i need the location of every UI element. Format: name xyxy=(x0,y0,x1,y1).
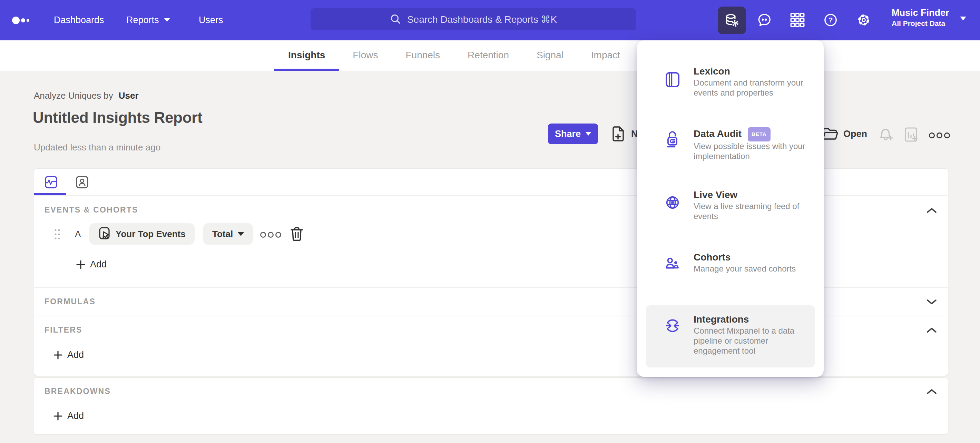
bell-plus-icon xyxy=(878,126,894,143)
menu-item-lexicon[interactable]: Lexicon Document and transform your even… xyxy=(637,61,824,116)
search-placeholder: Search Dashboards & Reports ⌘K xyxy=(407,14,557,25)
plus-icon xyxy=(54,351,62,359)
active-tab-underline xyxy=(274,69,339,71)
plus-icon xyxy=(76,260,85,269)
integrations-sync-icon xyxy=(665,316,681,335)
view-tab-chart[interactable] xyxy=(45,176,57,189)
tab-impact[interactable]: Impact xyxy=(577,40,634,71)
menu-item-live-view[interactable]: Live View View a live streaming feed of … xyxy=(637,184,824,240)
report-more-actions-button[interactable] xyxy=(929,132,950,138)
chat-bubble-icon xyxy=(756,12,773,28)
caret-down-icon xyxy=(238,232,244,236)
search-input[interactable]: Search Dashboards & Reports ⌘K xyxy=(310,8,636,30)
menu-item-data-audit[interactable]: Data AuditBETA View possible issues with… xyxy=(637,123,824,178)
event-selector-chip[interactable]: Your Top Events xyxy=(89,223,195,245)
tab-flows[interactable]: Flows xyxy=(339,40,391,71)
cohorts-people-icon xyxy=(665,254,681,274)
document-plus-icon xyxy=(611,125,626,142)
caret-down-icon xyxy=(164,18,170,22)
plus-icon xyxy=(54,411,62,421)
nav-item-reports[interactable]: Reports xyxy=(126,0,170,40)
help-button[interactable]: ? xyxy=(822,12,839,28)
project-scope: All Project Data xyxy=(892,19,949,28)
chevron-up-icon xyxy=(926,327,937,333)
menu-item-cohorts[interactable]: Cohorts Manage your saved cohorts xyxy=(637,246,824,298)
filters-collapse-chevron[interactable] xyxy=(926,327,937,333)
mixpanel-app: Insights Flows Funnels Retention Signal … xyxy=(0,0,980,443)
context-value-selector[interactable]: User xyxy=(119,91,139,101)
mixpanel-logo[interactable] xyxy=(12,16,32,25)
tab-funnels[interactable]: Funnels xyxy=(391,40,454,71)
question-circle-icon: ? xyxy=(822,12,839,28)
project-caret-icon xyxy=(960,17,966,21)
folder-open-icon xyxy=(822,126,838,142)
data-management-button[interactable] xyxy=(718,6,746,34)
database-gear-icon xyxy=(723,12,741,29)
chevron-up-icon xyxy=(926,389,937,395)
view-tab-profiles[interactable] xyxy=(76,176,89,189)
formulas-expand-chevron[interactable] xyxy=(926,299,937,305)
search-icon xyxy=(390,13,402,25)
report-title[interactable]: Untitled Insights Report xyxy=(33,109,202,126)
project-switcher[interactable]: Music Finder All Project Data xyxy=(892,7,949,28)
drag-dots-icon xyxy=(54,229,61,240)
feedback-button[interactable] xyxy=(756,12,773,28)
chevron-down-icon xyxy=(926,299,937,305)
add-breakdown-button[interactable]: Add xyxy=(54,411,84,421)
event-series-letter: A xyxy=(75,229,81,240)
ellipsis-icon xyxy=(260,232,266,238)
svg-text:?: ? xyxy=(829,16,833,24)
nav-item-dashboards[interactable]: Dashboards xyxy=(54,0,104,40)
report-type-tabs: Insights Flows Funnels Retention Signal … xyxy=(274,40,634,71)
metric-selector-chip[interactable]: Total xyxy=(203,223,253,245)
events-cohorts-section-label: EVENTS & COHORTS xyxy=(45,205,138,214)
data-audit-lock-icon xyxy=(665,129,681,149)
share-button[interactable]: Share xyxy=(548,124,598,144)
ellipsis-icon xyxy=(929,132,935,138)
profiles-view-icon xyxy=(76,176,89,189)
mixpanel-dots-icon xyxy=(12,16,32,25)
event-picker-icon xyxy=(99,227,111,241)
lexicon-book-icon xyxy=(665,70,681,89)
chart-view-icon xyxy=(45,176,57,189)
settings-button[interactable] xyxy=(856,12,872,28)
apps-grid-button[interactable] xyxy=(789,12,806,28)
breakdowns-card: BREAKDOWNS Add xyxy=(34,378,948,435)
project-name: Music Finder xyxy=(892,7,949,19)
add-filter-button[interactable]: Add xyxy=(54,349,84,360)
context-label: Analyze Uniques by xyxy=(34,91,113,101)
event-row-drag-handle[interactable] xyxy=(54,229,61,240)
chart-plus-icon xyxy=(904,126,920,143)
report-type-tabbar: Insights Flows Funnels Retention Signal … xyxy=(0,40,980,71)
beta-badge: BETA xyxy=(748,127,770,141)
add-to-dashboard-button[interactable] xyxy=(904,126,920,143)
menu-item-integrations[interactable]: Integrations Connect Mixpanel to a data … xyxy=(637,308,824,367)
tab-signal[interactable]: Signal xyxy=(523,40,577,71)
add-event-button[interactable]: Add xyxy=(76,259,107,270)
share-caret-icon xyxy=(585,132,591,136)
analysis-context: Analyze Uniques byUser xyxy=(34,91,139,101)
grid-icon xyxy=(789,12,806,28)
tab-insights[interactable]: Insights xyxy=(274,40,339,71)
gear-icon xyxy=(856,12,872,28)
filters-section-label: FILTERS xyxy=(45,326,83,335)
data-management-dropdown: Lexicon Document and transform your even… xyxy=(637,40,824,377)
tab-retention[interactable]: Retention xyxy=(454,40,523,71)
breakdowns-collapse-chevron[interactable] xyxy=(926,389,937,395)
report-updated-timestamp: Updated less than a minute ago xyxy=(34,142,161,153)
delete-event-button[interactable] xyxy=(290,226,304,242)
open-report-button[interactable]: Open xyxy=(822,124,867,144)
formulas-section-label: FORMULAS xyxy=(45,297,95,306)
event-row-more-button[interactable] xyxy=(260,232,281,238)
events-collapse-chevron[interactable] xyxy=(926,207,937,214)
add-alert-button[interactable] xyxy=(878,126,894,143)
live-view-globe-icon xyxy=(665,193,681,212)
breakdowns-section-label: BREAKDOWNS xyxy=(45,387,111,396)
nav-item-users[interactable]: Users xyxy=(199,0,223,40)
trash-icon xyxy=(290,226,304,242)
top-navbar: Dashboards Reports Users Search Dashboar… xyxy=(0,0,980,40)
chevron-up-icon xyxy=(926,207,937,214)
